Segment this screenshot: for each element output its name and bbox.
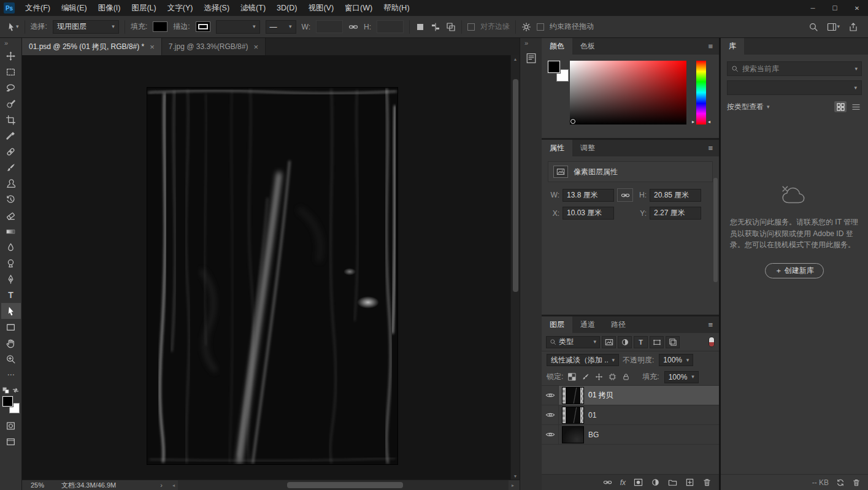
vertical-scrollbar-track[interactable] <box>511 63 520 472</box>
document-tab-inactive[interactable]: 7.jpg @ 33.3%(RGB/8#) × <box>162 38 266 55</box>
lock-image-pixels-icon[interactable] <box>581 372 590 381</box>
path-arrangement-button[interactable] <box>446 22 456 32</box>
filter-kind-dropdown[interactable]: 类型 ▾ <box>546 336 600 348</box>
lock-position-icon[interactable] <box>594 372 604 381</box>
add-layer-mask-icon[interactable] <box>634 478 643 487</box>
gradient-tool[interactable] <box>1 223 21 239</box>
healing-brush-tool[interactable] <box>1 144 21 159</box>
hand-tool[interactable] <box>1 335 21 351</box>
panel-menu-icon[interactable]: ≡ <box>702 38 719 55</box>
align-edges-checkbox[interactable] <box>467 23 475 31</box>
sync-icon[interactable] <box>836 478 845 487</box>
lock-transparent-pixels-icon[interactable] <box>567 372 577 381</box>
tab-paths[interactable]: 路径 <box>603 316 634 333</box>
menu-help[interactable]: 帮助(H) <box>378 0 415 16</box>
shape-height-input[interactable] <box>377 20 404 33</box>
tab-swatches[interactable]: 色板 <box>572 38 603 55</box>
delete-layer-trash-icon[interactable] <box>702 478 712 487</box>
filter-shape-layers-icon[interactable] <box>650 336 664 348</box>
stroke-style-dropdown[interactable]: — ▾ <box>266 20 296 34</box>
type-tool[interactable]: T <box>1 287 21 303</box>
eyedropper-tool[interactable] <box>1 128 21 144</box>
saturation-brightness-box[interactable] <box>570 61 686 124</box>
tab-layers[interactable]: 图层 <box>542 316 572 333</box>
blend-mode-dropdown[interactable]: 线性减淡（添加 ... ▾ <box>547 354 619 366</box>
layer-row-01-copy[interactable]: 01 拷贝 <box>542 386 719 405</box>
lock-artboard-icon[interactable] <box>608 372 617 381</box>
layer-thumbnail[interactable] <box>563 427 583 443</box>
select-mode-dropdown[interactable]: 现用图层 ▾ <box>53 20 119 34</box>
layer-thumbnail[interactable] <box>563 388 583 404</box>
horizontal-scrollbar[interactable]: ◂ ▸ <box>169 480 517 490</box>
new-layer-icon[interactable] <box>685 478 694 487</box>
foreground-color-swatch[interactable] <box>548 61 560 73</box>
document-tab-active[interactable]: 01.psd @ 25% (01 拷贝, RGB/8#) * × <box>22 38 162 55</box>
zoom-tool[interactable] <box>1 351 21 367</box>
tab-adjustments[interactable]: 调整 <box>572 140 603 156</box>
horizontal-scrollbar-thumb[interactable] <box>287 482 403 488</box>
create-new-library-button[interactable]: ＋ 创建新库 <box>765 263 823 278</box>
lock-all-icon[interactable] <box>621 372 631 381</box>
close-tab-icon[interactable]: × <box>253 42 258 52</box>
tab-libraries[interactable]: 库 <box>721 38 744 55</box>
eraser-tool[interactable] <box>1 207 21 223</box>
fill-opacity-dropdown[interactable]: 100% ▾ <box>664 371 699 383</box>
document-canvas[interactable] <box>147 88 398 464</box>
constrain-path-checkbox[interactable] <box>537 23 544 31</box>
layer-row-body[interactable]: 01 拷贝 <box>559 386 719 405</box>
tab-color[interactable]: 颜色 <box>542 38 572 55</box>
crop-tool[interactable] <box>1 112 21 128</box>
filter-type-layers-icon[interactable]: T <box>634 336 648 348</box>
width-field[interactable]: 13.8 厘米 <box>563 189 614 202</box>
lasso-tool[interactable] <box>1 80 21 96</box>
tab-properties[interactable]: 属性 <box>542 140 572 156</box>
path-operations-button[interactable] <box>415 22 425 32</box>
menu-3d[interactable]: 3D(D) <box>271 0 302 16</box>
link-dimensions-icon[interactable] <box>617 188 633 202</box>
close-tab-icon[interactable]: × <box>150 42 155 52</box>
tool-preset-picker[interactable]: ▾ <box>6 22 19 32</box>
minimize-button[interactable]: ─ <box>802 0 824 16</box>
layer-row-body[interactable]: BG <box>559 425 719 444</box>
hue-marker-icon[interactable]: ◂ <box>708 119 710 124</box>
delete-trash-icon[interactable] <box>852 478 861 487</box>
gear-icon[interactable] <box>521 22 531 32</box>
new-adjustment-layer-icon[interactable] <box>651 478 660 487</box>
layer-visibility-eye-icon[interactable] <box>542 386 559 405</box>
layer-thumbnail[interactable] <box>563 407 583 423</box>
hue-slider[interactable]: ▸ ◂ <box>696 61 706 124</box>
screen-mode-button[interactable] <box>1 434 21 450</box>
hue-marker-icon[interactable]: ▸ <box>692 119 694 124</box>
search-icon[interactable] <box>808 22 818 32</box>
stroke-width-dropdown[interactable]: ▾ <box>216 20 260 34</box>
grid-view-icon[interactable] <box>834 101 847 112</box>
y-field[interactable]: 2.27 厘米 <box>650 207 701 220</box>
pen-tool[interactable] <box>1 271 21 287</box>
foreground-background-color-control[interactable] <box>2 396 20 414</box>
menu-window[interactable]: 窗口(W) <box>339 0 378 16</box>
menu-filter[interactable]: 滤镜(T) <box>235 0 271 16</box>
history-brush-tool[interactable] <box>1 191 21 207</box>
maximize-button[interactable]: ☐ <box>824 0 846 16</box>
foreground-color-swatch[interactable] <box>2 396 13 407</box>
status-options-chevron[interactable]: › <box>153 481 169 489</box>
panel-menu-icon[interactable]: ≡ <box>702 140 719 156</box>
edit-toolbar-ellipsis-icon[interactable]: ⋯ <box>1 367 21 383</box>
menu-layer[interactable]: 图层(L) <box>126 0 161 16</box>
clone-stamp-tool[interactable] <box>1 175 21 191</box>
brush-tool[interactable] <box>1 159 21 175</box>
layer-row-01[interactable]: 01 <box>542 405 719 425</box>
marquee-tool[interactable] <box>1 64 21 80</box>
new-group-folder-icon[interactable] <box>668 478 677 487</box>
layer-visibility-eye-icon[interactable] <box>542 405 559 424</box>
layer-row-bg[interactable]: BG <box>542 425 719 445</box>
stroke-color-swatch[interactable] <box>196 21 210 32</box>
library-search-box[interactable]: ▾ <box>727 61 862 76</box>
layer-row-body[interactable]: 01 <box>559 405 719 424</box>
rectangle-tool[interactable] <box>1 319 21 335</box>
filter-adjustment-layers-icon[interactable] <box>618 336 632 348</box>
layer-visibility-eye-icon[interactable] <box>542 425 559 444</box>
height-field[interactable]: 20.85 厘米 <box>650 189 701 202</box>
layer-filter-toggle[interactable] <box>709 337 715 347</box>
quick-mask-mode-button[interactable] <box>1 418 21 434</box>
